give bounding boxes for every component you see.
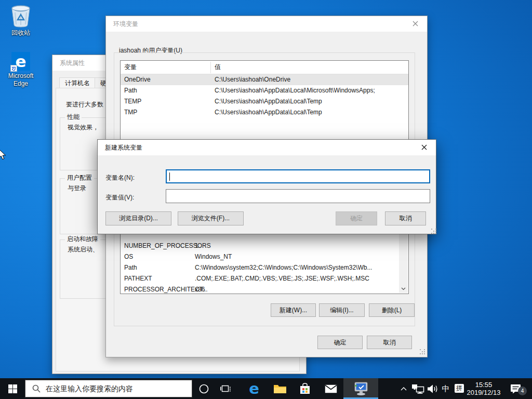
table-row[interactable]: PATHEXT .COM;.EXE;.BAT;.CMD;.VBS;.VBE;.J… (121, 273, 408, 284)
taskbar-edge-button[interactable]: e (243, 378, 265, 399)
tray-volume-button[interactable] (426, 378, 440, 399)
browse-file-button[interactable]: 浏览文件(F)... (178, 211, 244, 225)
windows-logo-icon (8, 384, 17, 393)
table-row[interactable]: Path C:\Windows\system32;C:\Windows;C:\W… (121, 262, 408, 273)
table-row[interactable]: TMP C:\Users\iashoah\AppData\Local\Temp (121, 107, 408, 118)
table-row[interactable]: OneDrive C:\Users\iashoah\OneDrive (121, 74, 408, 85)
variable-value-input[interactable] (166, 189, 430, 203)
table-row[interactable]: OS Windows_NT (121, 251, 408, 262)
task-view-button[interactable] (215, 378, 236, 399)
browse-directory-button[interactable]: 浏览目录(D)... (105, 211, 171, 225)
desktop-icon-label: 回收站 (4, 29, 38, 37)
window-title: 环境变量 (113, 20, 138, 29)
column-divider[interactable] (210, 62, 211, 73)
recycle-bin-icon (9, 3, 33, 28)
search-icon (32, 384, 41, 393)
task-view-icon (220, 384, 231, 393)
close-button[interactable] (404, 16, 427, 31)
variable-name-label: 变量名(N): (105, 174, 135, 182)
shortcut-arrow-icon (10, 65, 17, 72)
resize-grip[interactable] (420, 349, 421, 350)
advanced-intro-text: 要进行大多数 (66, 100, 103, 109)
taskbar-system-properties-app[interactable] (343, 378, 378, 399)
column-header-variable[interactable]: 变量 (121, 61, 137, 74)
variable-value-label: 变量值(V): (105, 193, 134, 202)
system-monitor-icon (353, 381, 369, 396)
group-text: 系统启动、 (68, 245, 99, 254)
system-variables-table[interactable]: NUMBER_OF_PROCESSORS 1 OS Windows_NT Pat… (120, 227, 409, 294)
vertical-scrollbar[interactable] (399, 228, 408, 293)
tab-computer-name[interactable]: 计算机名 (59, 77, 96, 88)
group-label: 用户配置 (65, 174, 94, 182)
group-text: 视觉效果， (68, 123, 99, 132)
titlebar[interactable]: 新建系统变量 (98, 140, 436, 155)
tray-ime-language[interactable]: 中 (439, 378, 453, 399)
table-row[interactable]: TEMP C:\Users\iashoah\AppData\Local\Temp (121, 96, 408, 107)
search-input[interactable] (46, 384, 176, 393)
table-row[interactable]: Path C:\Users\iashoah\AppData\Local\Micr… (121, 85, 408, 96)
file-explorer-button[interactable] (269, 378, 291, 399)
table-row[interactable]: NUMBER_OF_PROCESSORS 1 (121, 241, 408, 251)
system-edit-button[interactable]: 编辑(I)... (319, 303, 365, 317)
variable-name-input[interactable] (166, 169, 430, 183)
tray-network-button[interactable] (411, 378, 425, 399)
table-header: 变量 值 (121, 61, 408, 74)
taskbar-search-box[interactable] (25, 380, 192, 397)
scroll-down-button[interactable] (399, 284, 408, 293)
edge-icon: e (249, 381, 259, 396)
clock-date: 2019/12/13 (464, 389, 503, 396)
tray-show-hidden-icons-button[interactable] (397, 378, 410, 399)
desktop-icon-microsoft-edge[interactable]: e Microsoft Edge (4, 52, 38, 88)
tray-clock[interactable]: 15:55 2019/12/13 (464, 381, 503, 396)
mail-icon (325, 384, 337, 393)
store-icon (299, 383, 311, 394)
group-text: 与登录 (68, 184, 86, 193)
window-title: 新建系统变量 (105, 143, 142, 152)
cancel-button[interactable]: 取消 (385, 211, 426, 225)
close-icon (421, 144, 427, 150)
resize-grip[interactable] (431, 229, 432, 230)
tray-ime-mode[interactable]: 拼 (455, 384, 464, 393)
ok-button[interactable]: 确定 (317, 336, 363, 349)
cancel-button[interactable]: 取消 (367, 336, 412, 349)
speaker-icon (428, 384, 439, 393)
desktop: 回收站 e Microsoft Edge 系统属性 计算机名 硬件 要进行大多数… (0, 0, 532, 399)
mail-button[interactable] (320, 378, 342, 399)
folder-icon (273, 383, 287, 394)
text-caret (169, 172, 170, 181)
window-new-system-variable: 新建系统变量 变量名(N): 变量值(V): 浏览目录(D)... 浏览文件(F… (97, 139, 436, 234)
close-icon (413, 21, 418, 26)
titlebar[interactable]: 环境变量 (106, 16, 427, 32)
chevron-up-icon (401, 387, 407, 391)
ok-button[interactable]: 确定 (336, 211, 377, 225)
table-row[interactable]: PROCESSOR_ARCHITECT... x86 (121, 284, 408, 294)
microsoft-store-button[interactable] (294, 378, 316, 399)
system-new-button[interactable]: 新建(W)... (271, 303, 316, 317)
column-header-value[interactable]: 值 (211, 61, 221, 74)
group-label: 启动和故障 (65, 235, 100, 244)
taskbar: e (0, 378, 532, 399)
cortana-icon (199, 384, 209, 394)
desktop-icon-recycle-bin[interactable]: 回收站 (4, 3, 38, 37)
close-button[interactable] (413, 140, 436, 155)
cortana-button[interactable] (193, 378, 214, 399)
desktop-icon-label: Microsoft Edge (4, 72, 38, 88)
start-button[interactable] (0, 378, 25, 399)
chevron-down-icon (401, 287, 406, 290)
edge-logo-icon: e (11, 52, 30, 71)
mouse-cursor (0, 149, 6, 160)
clock-time: 15:55 (464, 381, 503, 389)
system-delete-button[interactable]: 删除(L) (369, 303, 415, 317)
window-title: 系统属性 (60, 59, 85, 68)
notification-count-badge: 4 (518, 387, 527, 395)
group-label: 性能 (65, 113, 82, 122)
ethernet-network-icon (412, 384, 424, 394)
